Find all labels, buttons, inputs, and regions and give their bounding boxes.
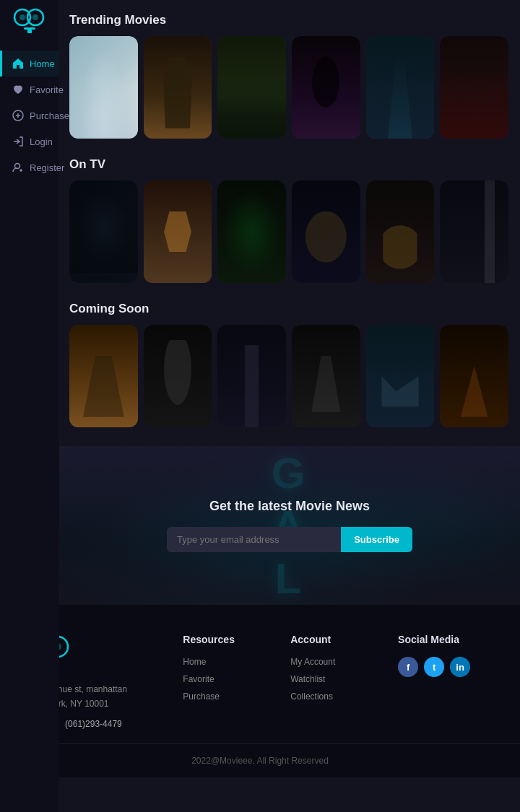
footer-social-title: Social Media xyxy=(398,634,491,645)
coming-soon-title: Coming Soon xyxy=(69,302,508,316)
movie-card-13[interactable] xyxy=(69,325,138,427)
movie-card-18[interactable] xyxy=(440,325,508,427)
neon-letter-l: L xyxy=(275,554,305,603)
movie-card-17[interactable] xyxy=(366,325,435,427)
sidebar-item-register[interactable]: Register xyxy=(0,154,59,180)
svg-point-4 xyxy=(20,14,25,20)
home-icon xyxy=(12,58,24,69)
newsletter-section: G A L Get the latest Movie News Subscrib… xyxy=(59,446,520,605)
login-icon xyxy=(12,136,24,147)
movie-card-16[interactable] xyxy=(292,325,360,427)
sidebar-item-login-label: Login xyxy=(30,136,53,147)
footer-link-collections[interactable]: Collections xyxy=(290,691,384,702)
movie-card-3[interactable] xyxy=(217,36,286,139)
sidebar-item-favorite[interactable]: Favorite xyxy=(0,77,59,102)
movie-card-14[interactable] xyxy=(144,325,212,427)
sidebar-item-home[interactable]: Home xyxy=(0,51,59,77)
footer-account-title: Account xyxy=(290,634,384,645)
footer-resources-col: Resources Home Favorite Purchase xyxy=(183,634,276,729)
svg-point-5 xyxy=(32,14,38,20)
footer-social-col: Social Media f t in xyxy=(398,634,491,729)
sidebar-item-home-label: Home xyxy=(30,58,55,69)
purchase-icon xyxy=(12,110,24,121)
movie-card-15[interactable] xyxy=(217,325,286,427)
newsletter-bg xyxy=(59,446,520,605)
sidebar-item-purchase-label: Purchase xyxy=(30,110,69,121)
social-icons: f t in xyxy=(398,657,491,677)
movie-card-2[interactable] xyxy=(144,36,212,139)
coming-soon-movies-row xyxy=(69,325,508,427)
footer-resources-title: Resources xyxy=(183,634,276,645)
register-icon xyxy=(12,162,24,173)
copyright-text: 2022@Movieee. All Right Reserved xyxy=(191,756,329,766)
neon-sign: G A L xyxy=(272,448,308,603)
footer-bottom: 2022@Movieee. All Right Reserved xyxy=(0,743,520,777)
footer-link-favorite[interactable]: Favorite xyxy=(183,674,276,684)
footer-link-my-account[interactable]: My Account xyxy=(290,657,384,667)
sidebar-item-login[interactable]: Login xyxy=(0,128,59,154)
linkedin-icon[interactable]: in xyxy=(450,657,470,677)
movie-card-6[interactable] xyxy=(440,36,508,139)
footer-link-home[interactable]: Home xyxy=(183,657,276,667)
movie-card-8[interactable] xyxy=(144,180,212,283)
footer-account-col: Account My Account Watchlist Collections xyxy=(290,634,384,729)
newsletter-title: Get the latest Movie News xyxy=(209,499,370,514)
footer-phone-number: (061)293-4479 xyxy=(65,719,122,729)
movie-card-1[interactable] xyxy=(69,36,138,139)
trending-movies-row xyxy=(69,36,508,139)
movie-card-4[interactable] xyxy=(292,36,360,139)
sidebar: Home Favorite Purchase Login Register xyxy=(0,0,59,812)
movie-card-12[interactable] xyxy=(440,180,508,283)
ontv-movies-row xyxy=(69,180,508,283)
footer-link-watchlist[interactable]: Watchlist xyxy=(290,674,384,684)
facebook-icon[interactable]: f xyxy=(398,657,418,677)
movie-card-9[interactable] xyxy=(217,180,286,283)
ontv-title: On TV xyxy=(69,157,508,172)
footer: 5th Avenue st, manhattan New York, NY 10… xyxy=(0,605,520,743)
movie-card-10[interactable] xyxy=(292,180,360,283)
ontv-section: On TV xyxy=(69,157,508,283)
svg-rect-3 xyxy=(27,30,32,33)
trending-section: Trending Movies xyxy=(69,13,508,139)
sidebar-logo xyxy=(0,0,59,43)
movie-card-11[interactable] xyxy=(366,180,435,283)
trending-title: Trending Movies xyxy=(69,13,508,27)
sidebar-item-register-label: Register xyxy=(30,162,64,173)
newsletter-subscribe-button[interactable]: Subscribe xyxy=(341,527,412,552)
heart-icon xyxy=(12,84,24,95)
newsletter-email-input[interactable] xyxy=(167,527,341,552)
neon-letter-g: G xyxy=(272,448,308,498)
coming-soon-section: Coming Soon xyxy=(69,302,508,427)
newsletter-form: Subscribe xyxy=(167,527,412,552)
twitter-icon[interactable]: t xyxy=(424,657,444,677)
movie-card-5[interactable] xyxy=(366,36,435,139)
movie-card-7[interactable] xyxy=(69,180,138,283)
main-content: Trending Movies xyxy=(59,0,520,427)
sidebar-item-purchase[interactable]: Purchase xyxy=(0,102,59,128)
footer-link-purchase[interactable]: Purchase xyxy=(183,691,276,702)
sidebar-item-favorite-label: Favorite xyxy=(30,84,64,95)
svg-rect-2 xyxy=(24,27,35,30)
